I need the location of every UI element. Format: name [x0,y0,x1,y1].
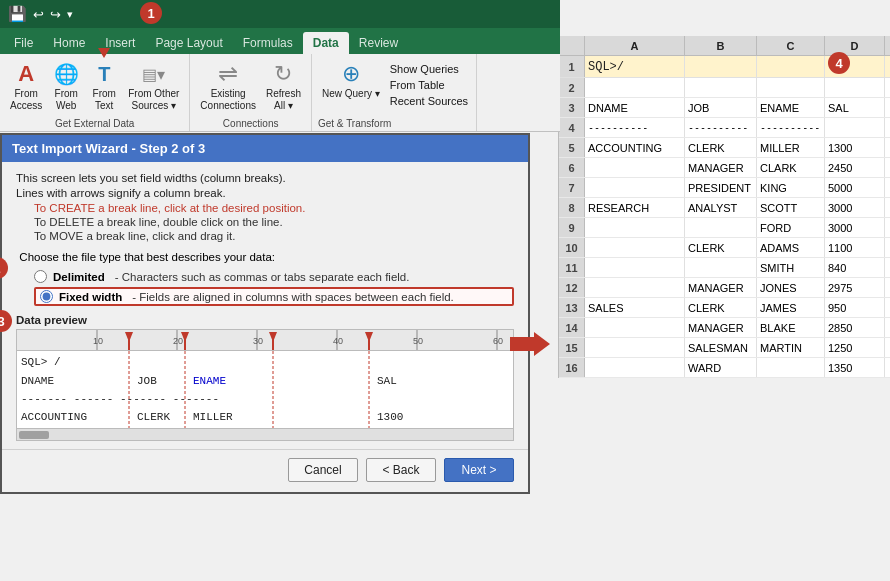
cell-9-a [585,218,685,237]
cell-2-d [825,78,885,97]
next-button[interactable]: Next > [444,458,514,482]
undo-icon[interactable]: ↩ [33,7,44,22]
text-icon: T [90,60,118,88]
preview-data: SQL> / DNAME JOB ENAME SAL ------- -----… [16,351,514,429]
tab-pagelayout[interactable]: Page Layout [145,32,232,54]
group-connections: ⇌ Existing Connections ↻ Refresh All ▾ C… [190,54,312,131]
back-button[interactable]: < Back [366,458,436,482]
cell-11-c: SMITH [757,258,825,277]
cell-2-rownum: 2 [559,78,585,97]
cell-6-a [585,158,685,177]
badge1-arrow [98,48,110,58]
cell-4-b: ---------- [685,118,757,137]
delimited-radio[interactable] [34,270,47,283]
svg-text:40: 40 [333,336,343,346]
from-web-label: From Web [55,88,78,112]
redo-icon[interactable]: ↪ [50,7,61,22]
from-access-button[interactable]: A From Access [6,58,46,114]
show-queries-button[interactable]: Show Queries [388,62,470,76]
scrollbar-thumb[interactable] [19,431,49,439]
transition-arrow [510,330,550,361]
cell-7-c: KING [757,178,825,197]
cancel-button[interactable]: Cancel [288,458,358,482]
tab-review[interactable]: Review [349,32,408,54]
cell-9-c: FORD [757,218,825,237]
svg-text:60: 60 [493,336,503,346]
refresh-all-button[interactable]: ↻ Refresh All ▾ [262,58,305,114]
from-table-button[interactable]: From Table [388,78,470,92]
existing-connections-button[interactable]: ⇌ Existing Connections [196,58,260,114]
ribbon-body: A From Access 🌐 From Web T From Text [0,54,560,132]
file-type-label: Choose the file type that best describes… [19,251,275,263]
cell-1-b [685,56,757,77]
from-other-sources-button[interactable]: ▤▾ From Other Sources ▾ [124,58,183,114]
cell-3-c: ENAME [757,98,825,117]
customize-icon[interactable]: ▾ [67,8,73,21]
refresh-all-label: Refresh All ▾ [266,88,301,112]
cell-3-b: JOB [685,98,757,117]
row-12: 12 MANAGER JONES 2975 [559,278,890,298]
tab-formulas[interactable]: Formulas [233,32,303,54]
cell-15-b: SALESMAN [685,338,757,357]
cell-3-a: DNAME [585,98,685,117]
from-web-button[interactable]: 🌐 From Web [48,58,84,114]
wizard-title-bar: Text Import Wizard - Step 2 of 3 [2,135,528,162]
cell-9-b [685,218,757,237]
svg-text:SQL>  /: SQL> / [21,356,61,368]
cell-1-c [757,56,825,77]
existing-connections-label: Existing Connections [200,88,256,112]
cell-9-d: 3000 [825,218,885,237]
cell-12-b: MANAGER [685,278,757,297]
cell-8-b: ANALYST [685,198,757,217]
cell-14-b: MANAGER [685,318,757,337]
cell-13-rownum: 13 [559,298,585,317]
recent-sources-button[interactable]: Recent Sources [388,94,470,108]
quick-access-toolbar: 💾 ↩ ↪ ▾ 1 [0,0,560,28]
cell-6-c: CLARK [757,158,825,177]
tab-data[interactable]: Data [303,32,349,54]
data-preview-section: 3 Data preview 10 20 30 [16,314,514,441]
tab-home[interactable]: Home [43,32,95,54]
cell-8-d: 3000 [825,198,885,217]
cell-7-a [585,178,685,197]
cell-13-d: 950 [825,298,885,317]
cell-3-rownum: 3 [559,98,585,117]
svg-text:JOB: JOB [137,375,157,387]
badge-1: 1 [140,2,162,24]
delimited-option[interactable]: Delimited - Characters such as commas or… [34,270,514,283]
row-7: 7 PRESIDENT KING 5000 [559,178,890,198]
cell-6-rownum: 6 [559,158,585,177]
cell-1-a[interactable]: SQL>/ [585,56,685,77]
radio-group: Delimited - Characters such as commas or… [34,270,514,306]
arrow-svg [510,330,550,358]
cell-4-a: ---------- [585,118,685,137]
preview-scrollbar[interactable] [16,429,514,441]
cell-8-rownum: 8 [559,198,585,217]
new-query-button[interactable]: ⊕ New Query ▾ [318,58,384,102]
preview-data-svg: SQL> / DNAME JOB ENAME SAL ------- -----… [17,351,507,429]
save-icon[interactable]: 💾 [8,5,27,23]
cell-11-d: 840 [825,258,885,277]
row-11: 11 SMITH 840 [559,258,890,278]
tab-file[interactable]: File [4,32,43,54]
refresh-icon: ↻ [269,60,297,88]
cell-14-a [585,318,685,337]
svg-text:-------        ------         : ------- ------ ------- ------- [21,393,219,405]
cell-4-d [825,118,885,137]
cell-8-a: RESEARCH [585,198,685,217]
fixed-width-radio[interactable] [40,290,53,303]
header-col-b: B [685,36,757,55]
row-16: 16 WARD 1350 [559,358,890,378]
cell-8-c: SCOTT [757,198,825,217]
svg-text:30: 30 [253,336,263,346]
from-text-button[interactable]: T From Text [86,58,122,114]
group-external-data-label: Get External Data [55,116,134,129]
fixed-width-option[interactable]: Fixed width - Fields are aligned in colu… [34,287,514,306]
cell-7-d: 5000 [825,178,885,197]
wizard-intro: This screen lets you set field widths (c… [16,172,514,184]
spreadsheet-panel: A B C D 1 SQL>/ 4 2 3 DNAME JOB ENAME SA… [558,36,890,378]
cell-12-a [585,278,685,297]
wizard-step1: To CREATE a break line, click at the des… [34,202,514,214]
row-13: 13 SALES CLERK JAMES 950 [559,298,890,318]
cell-13-c: JAMES [757,298,825,317]
